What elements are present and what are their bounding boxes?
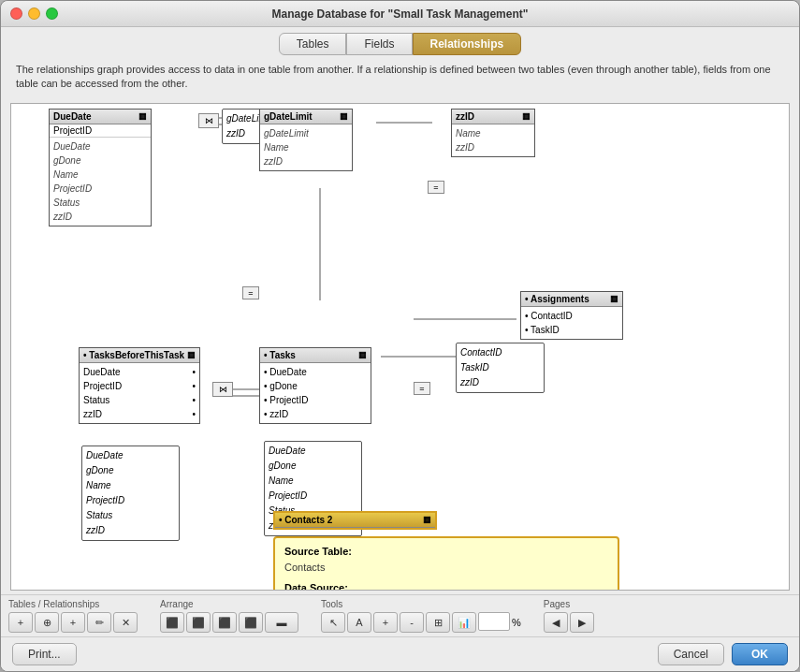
popup-assignments: ContactID TaskID zzID <box>456 343 545 393</box>
next-page-button[interactable]: ▶ <box>570 612 594 633</box>
tabs-bar: Tables Fields Relationships <box>1 27 799 55</box>
table-tasks-header: • Tasks ▦ <box>260 348 371 363</box>
toolbar: Tables / Relationships + ⊕ + ✏ ✕ Arrange… <box>1 594 799 636</box>
table-top-center-header: gDateLimit ▦ <box>260 110 352 124</box>
join-icon-tasks-assign: = <box>414 382 430 395</box>
delete-table-button[interactable]: ✕ <box>113 612 138 633</box>
toolbar-arrange-label: Arrange <box>160 599 194 609</box>
action-buttons: Cancel OK <box>658 643 788 665</box>
title-bar: Manage Database for "Small Task Manageme… <box>1 1 799 27</box>
edit-table-button[interactable]: ✏ <box>87 612 111 633</box>
text-tool-button[interactable]: A <box>347 612 371 633</box>
zoom-out-button[interactable]: - <box>400 612 424 633</box>
table-top-left-fields: DueDate gDone Name ProjectID Status zzID <box>50 138 151 226</box>
close-button[interactable] <box>10 7 22 20</box>
table-top-left[interactable]: DueDate ▦ ProjectID DueDate gDone Name P… <box>49 109 152 226</box>
info-popup-contacts2: Source Table: Contacts Data Source: Remo… <box>273 536 619 591</box>
popup-tasks-before: DueDate gDone Name ProjectID Status zzID <box>81 446 180 541</box>
join-icon-center-down: = <box>242 286 259 299</box>
table-top-center[interactable]: gDateLimit ▦ gDateLimit Name zzID <box>259 109 353 171</box>
toolbar-tables-buttons: + ⊕ + ✏ ✕ <box>8 612 138 633</box>
table-tasks[interactable]: • Tasks ▦ • DueDate • gDone • ProjectID … <box>259 347 371 424</box>
table-assignments-fields: • ContactID • TaskID <box>521 307 622 339</box>
prev-page-button[interactable]: ◀ <box>544 612 568 633</box>
distribute-v-button[interactable]: ⬛ <box>239 612 263 633</box>
table-tasks-before-header: • TasksBeforeThisTask ▦ <box>80 348 199 363</box>
window: Manage Database for "Small Task Manageme… <box>0 0 800 672</box>
description-text: The relationships graph provides access … <box>1 55 799 99</box>
traffic-lights <box>10 7 58 20</box>
duplicate-table-button[interactable]: ⊕ <box>35 612 59 633</box>
arrange-button[interactable]: ▬ <box>265 612 298 633</box>
table-top-right-fields: Name zzID <box>452 124 534 156</box>
toolbar-group-pages: Pages ◀ ▶ <box>544 599 594 633</box>
chart-button[interactable]: 📊 <box>452 612 476 633</box>
table-top-left-subheader: ProjectID <box>50 124 151 138</box>
table-assignments-header: • Assignments ▦ <box>521 292 622 307</box>
table-tasks-fields: • DueDate • gDone • ProjectID • zzID <box>260 363 371 423</box>
table-tasks-before[interactable]: • TasksBeforeThisTask ▦ DueDate • Projec… <box>79 347 200 424</box>
zoom-in-button[interactable]: + <box>373 612 398 633</box>
zoom-percent: % <box>512 612 521 633</box>
toolbar-pages-label: Pages <box>544 599 570 609</box>
join-icon-tasks: ⋈ <box>212 382 233 397</box>
join-icon-top-right: = <box>428 181 444 194</box>
print-button[interactable]: Print... <box>12 643 77 665</box>
table-assignments[interactable]: • Assignments ▦ • ContactID • TaskID <box>520 291 623 340</box>
relationships-canvas[interactable]: DueDate ▦ ProjectID DueDate gDone Name P… <box>10 103 790 591</box>
table-top-center-fields: gDateLimit Name zzID <box>260 124 352 170</box>
toolbar-tools-buttons: ↖ A + - ⊞ 📊 100 % <box>321 612 521 633</box>
select-tool-button[interactable]: ↖ <box>321 612 345 633</box>
window-title: Manage Database for "Small Task Manageme… <box>272 7 529 21</box>
table-top-right-header: zzID ▦ <box>452 110 534 124</box>
add-table-button[interactable]: + <box>8 612 33 633</box>
toolbar-group-arrange: Arrange ⬛ ⬛ ⬛ ⬛ ▬ <box>160 599 298 633</box>
table-tasks-before-fields: DueDate • ProjectID • Status • zzID • <box>80 363 199 423</box>
distribute-h-button[interactable]: ⬛ <box>212 612 237 633</box>
minimize-button[interactable] <box>28 7 40 20</box>
zoom-input[interactable]: 100 <box>478 612 510 631</box>
align-left-button[interactable]: ⬛ <box>160 612 184 633</box>
tab-fields[interactable]: Fields <box>346 33 412 55</box>
table-contacts2-header: • Contacts 2 ▦ <box>275 513 435 528</box>
fit-button[interactable]: ⊞ <box>426 612 450 633</box>
align-right-button[interactable]: ⬛ <box>186 612 211 633</box>
table-contacts2[interactable]: • Contacts 2 ▦ <box>273 511 437 530</box>
toolbar-group-tables: Tables / Relationships + ⊕ + ✏ ✕ <box>8 599 138 633</box>
maximize-button[interactable] <box>46 7 58 20</box>
toolbar-pages-buttons: ◀ ▶ <box>544 612 594 633</box>
tab-relationships[interactable]: Relationships <box>413 33 522 55</box>
toolbar-tools-label: Tools <box>321 599 342 609</box>
tab-tables[interactable]: Tables <box>279 33 347 55</box>
table-top-right[interactable]: zzID ▦ Name zzID <box>451 109 535 157</box>
table-top-left-header: DueDate ▦ <box>50 110 151 124</box>
toolbar-arrange-buttons: ⬛ ⬛ ⬛ ⬛ ▬ <box>160 612 298 633</box>
bottom-bar: Print... Cancel OK <box>1 636 799 671</box>
add-relationship-button[interactable]: + <box>61 612 85 633</box>
ok-button[interactable]: OK <box>732 643 788 665</box>
toolbar-tables-label: Tables / Relationships <box>8 599 99 609</box>
join-icon-top: ⋈ <box>198 113 219 128</box>
toolbar-group-tools: Tools ↖ A + - ⊞ 📊 100 % <box>321 599 521 633</box>
cancel-button[interactable]: Cancel <box>658 643 724 665</box>
